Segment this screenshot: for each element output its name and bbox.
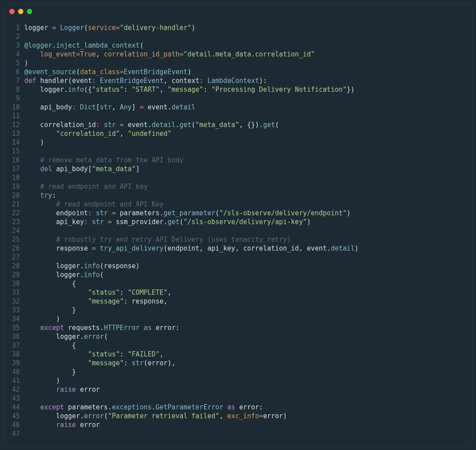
line-content[interactable]: ) [24,59,472,68]
code-line[interactable]: 32 "message": response, [4,297,472,306]
code-line[interactable]: 43 [4,394,472,403]
code-line[interactable]: 13 "correlation_id", "undefined" [4,129,472,138]
line-content[interactable]: logger.error( [24,332,472,341]
code-line[interactable]: 12 correlation_id: str = event.detail.ge… [4,120,472,129]
code-line[interactable]: 16 # remove meta_data from the API body [4,156,472,165]
line-content[interactable]: @event_source(data_class=EventBridgeEven… [24,68,472,76]
line-content[interactable]: response = try_api_delivery(endpoint, ap… [24,244,472,253]
line-content[interactable] [24,147,472,156]
code-line[interactable]: 30 { [4,279,472,288]
line-content[interactable]: del api_body["meta_data"] [24,165,472,173]
line-content[interactable]: { [24,341,472,350]
code-line[interactable]: 23 api_key: str = ssm_provider.get("/sls… [4,218,472,226]
line-content[interactable]: logger.info(response) [24,262,472,270]
code-line[interactable]: 20 try: [4,191,472,200]
code-line[interactable]: 33 } [4,306,472,315]
line-content[interactable]: correlation_id: str = event.detail.get("… [24,120,472,129]
code-line[interactable]: 1logger = Logger(service="delivery-handl… [4,23,472,32]
window-close-icon[interactable] [9,9,15,14]
code-line[interactable]: 18 [4,173,472,182]
code-line[interactable]: 11 [4,112,472,120]
window-minimize-icon[interactable] [18,9,23,14]
line-content[interactable]: # read endpoint and API key [24,182,472,191]
window-zoom-icon[interactable] [27,9,32,14]
line-content[interactable]: ) [24,376,472,385]
line-content[interactable]: logger = Logger(service="delivery-handle… [24,23,472,32]
line-content[interactable]: logger.info({"status": "START", "message… [24,85,472,94]
line-content[interactable] [24,394,472,403]
line-content[interactable] [24,32,472,41]
code-line[interactable]: 21 # read endpoint and API Key [4,200,472,209]
line-content[interactable] [24,429,472,438]
code-line[interactable]: 28 logger.info(response) [4,262,472,270]
line-content[interactable]: } [24,368,472,376]
line-content[interactable]: api_key: str = ssm_provider.get("/sls-ob… [24,218,472,226]
code-line[interactable]: 37 { [4,341,472,350]
code-line[interactable]: 14 ) [4,138,472,147]
line-content[interactable]: { [24,279,472,288]
code-line[interactable]: 25 # robustly try and retry API Delivery… [4,235,472,244]
line-content[interactable]: "correlation_id", "undefined" [24,129,472,138]
code-line[interactable]: 5) [4,59,472,68]
code-line[interactable]: 26 response = try_api_delivery(endpoint,… [4,244,472,253]
line-content[interactable]: ) [24,315,472,323]
line-content[interactable]: "message": response, [24,297,472,306]
code-line[interactable]: 36 logger.error( [4,332,472,341]
code-line[interactable]: 9 [4,94,472,103]
code-line[interactable]: 38 "status": "FAILED", [4,350,472,359]
line-content[interactable]: raise error [24,420,472,429]
line-content[interactable]: log_event=True, correlation_id_path="det… [24,50,472,59]
line-content[interactable]: logger.error("Parameter retrieval failed… [24,412,472,420]
code-line[interactable]: 10 api_body: Dict[str, Any] = event.deta… [4,103,472,112]
line-content[interactable] [24,94,472,103]
code-line[interactable]: 7def handler(event: EventBridgeEvent, co… [4,76,472,85]
line-content[interactable]: endpoint: str = parameters.get_parameter… [24,209,472,218]
code-line[interactable]: 22 endpoint: str = parameters.get_parame… [4,209,472,218]
line-content[interactable]: except parameters.exceptions.GetParamete… [24,403,472,412]
code-editor[interactable]: 1logger = Logger(service="delivery-handl… [4,19,472,446]
line-content[interactable]: logger.info( [24,270,472,279]
code-line[interactable]: 8 logger.info({"status": "START", "messa… [4,85,472,94]
code-line[interactable]: 3@logger.inject_lambda_context( [4,41,472,50]
line-content[interactable]: "status": "FAILED", [24,350,472,359]
line-content[interactable]: } [24,306,472,315]
code-line[interactable]: 24 [4,226,472,235]
line-content[interactable]: # robustly try and retry API Delivery (u… [24,235,472,244]
code-line[interactable]: 4 log_event=True, correlation_id_path="d… [4,50,472,59]
code-line[interactable]: 35 except requests.HTTPError as error: [4,323,472,332]
code-line[interactable]: 29 logger.info( [4,270,472,279]
line-content[interactable]: "status": "COMPLETE", [24,288,472,297]
line-content[interactable] [24,226,472,235]
line-content[interactable] [24,173,472,182]
line-content[interactable] [24,112,472,120]
line-content[interactable]: # remove meta_data from the API body [24,156,472,165]
code-line[interactable]: 15 [4,147,472,156]
code-line[interactable]: 42 raise error [4,385,472,394]
token: ) [187,68,191,76]
line-content[interactable]: try: [24,191,472,200]
code-line[interactable]: 45 logger.error("Parameter retrieval fai… [4,412,472,420]
code-line[interactable]: 19 # read endpoint and API key [4,182,472,191]
line-content[interactable]: except requests.HTTPError as error: [24,323,472,332]
line-content[interactable]: ) [24,138,472,147]
code-line[interactable]: 34 ) [4,315,472,323]
code-line[interactable]: 6@event_source(data_class=EventBridgeEve… [4,68,472,76]
line-content[interactable]: api_body: Dict[str, Any] = event.detail [24,103,472,112]
code-line[interactable]: 2 [4,32,472,41]
code-line[interactable]: 27 [4,253,472,262]
code-line[interactable]: 47 [4,429,472,438]
line-content[interactable]: # read endpoint and API Key [24,200,472,209]
line-content[interactable]: def handler(event: EventBridgeEvent, con… [24,76,472,85]
line-content[interactable]: @logger.inject_lambda_context( [24,41,472,50]
line-content[interactable] [24,253,472,262]
code-line[interactable]: 31 "status": "COMPLETE", [4,288,472,297]
code-line[interactable]: 44 except parameters.exceptions.GetParam… [4,403,472,412]
line-number: 35 [4,323,24,332]
code-line[interactable]: 46 raise error [4,420,472,429]
code-line[interactable]: 39 "message": str(error), [4,359,472,368]
line-content[interactable]: "message": str(error), [24,359,472,368]
line-content[interactable]: raise error [24,385,472,394]
code-line[interactable]: 17 del api_body["meta_data"] [4,165,472,173]
code-line[interactable]: 41 ) [4,376,472,385]
code-line[interactable]: 40 } [4,368,472,376]
